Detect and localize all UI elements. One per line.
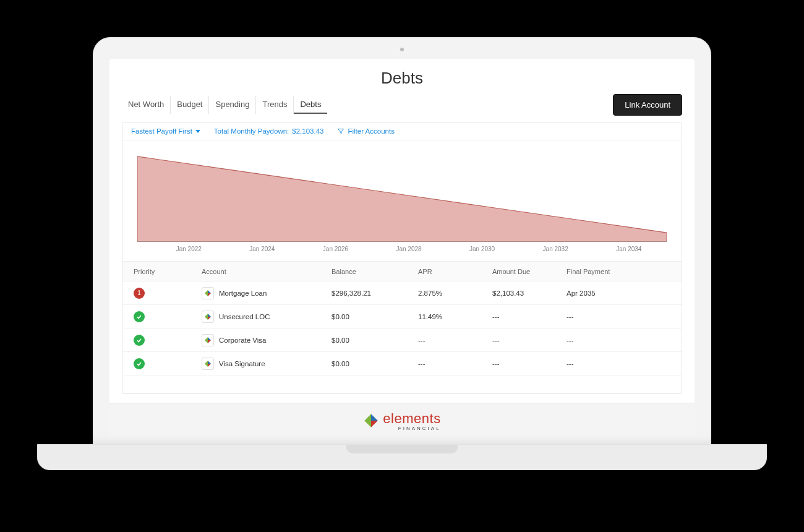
svg-marker-16 bbox=[205, 364, 208, 367]
col-balance: Balance bbox=[331, 268, 418, 275]
debts-panel: Fastest Payoff First Total Monthly Paydo… bbox=[122, 122, 682, 394]
table-row[interactable]: Corporate Visa$0.00--------- bbox=[122, 328, 682, 352]
svg-marker-9 bbox=[208, 317, 211, 320]
balance-cell: $0.00 bbox=[331, 337, 418, 344]
account-name: Corporate Visa bbox=[219, 337, 267, 344]
filter-icon bbox=[337, 127, 344, 135]
amount-due-cell: --- bbox=[492, 337, 567, 344]
apr-cell: --- bbox=[418, 360, 492, 367]
account-icon bbox=[202, 311, 214, 323]
screen: Debts Net Worth Budget Spending Trends D… bbox=[109, 59, 695, 437]
x-tick: Jan 2026 bbox=[299, 246, 372, 252]
amount-due-cell: $2,103.43 bbox=[492, 290, 567, 297]
x-tick: Jan 2030 bbox=[445, 246, 519, 252]
col-final-payment: Final Payment bbox=[567, 268, 653, 275]
svg-marker-6 bbox=[208, 314, 211, 317]
top-bar: Net Worth Budget Spending Trends Debts L… bbox=[109, 94, 695, 122]
check-icon bbox=[134, 335, 145, 346]
laptop-base bbox=[37, 444, 767, 470]
apr-cell: --- bbox=[418, 337, 492, 344]
col-priority: Priority bbox=[134, 268, 202, 275]
apr-cell: 2.875% bbox=[418, 290, 492, 297]
brand-name: elements bbox=[383, 411, 440, 426]
table-row[interactable]: Visa Signature$0.00--------- bbox=[122, 352, 682, 375]
sort-dropdown[interactable]: Fastest Payoff First bbox=[131, 127, 200, 135]
svg-marker-18 bbox=[371, 414, 378, 421]
svg-marker-19 bbox=[365, 414, 372, 421]
col-apr: APR bbox=[418, 268, 492, 275]
debts-table: Priority Account Balance APR Amount Due … bbox=[122, 262, 682, 375]
svg-marker-20 bbox=[365, 421, 372, 427]
svg-marker-3 bbox=[205, 290, 208, 293]
account-name: Mortgage Loan bbox=[219, 290, 267, 297]
tab-spending[interactable]: Spending bbox=[209, 96, 256, 114]
area-chart-svg bbox=[137, 155, 667, 242]
x-tick: Jan 2022 bbox=[152, 246, 226, 252]
final-payment-cell: --- bbox=[567, 313, 653, 320]
x-tick: Jan 2032 bbox=[519, 246, 592, 252]
account-icon bbox=[202, 358, 214, 370]
svg-marker-13 bbox=[208, 340, 211, 343]
debt-projection-chart: Jan 2022Jan 2024Jan 2026Jan 2028Jan 2030… bbox=[122, 140, 682, 262]
chart-x-axis: Jan 2022Jan 2024Jan 2026Jan 2028Jan 2030… bbox=[137, 242, 667, 259]
svg-marker-8 bbox=[205, 317, 208, 320]
svg-marker-5 bbox=[208, 293, 211, 296]
svg-marker-15 bbox=[205, 361, 208, 364]
account-name: Visa Signature bbox=[219, 360, 265, 367]
balance-cell: $0.00 bbox=[331, 360, 418, 367]
svg-marker-2 bbox=[208, 290, 211, 293]
link-account-button[interactable]: Link Account bbox=[613, 94, 682, 116]
elements-logo-icon bbox=[363, 413, 379, 431]
x-tick: Jan 2034 bbox=[592, 246, 665, 252]
svg-marker-14 bbox=[208, 361, 211, 364]
brand-tagline: FINANCIAL bbox=[383, 426, 440, 431]
tab-trends[interactable]: Trends bbox=[256, 96, 294, 114]
priority-badge: 1 bbox=[134, 288, 145, 299]
amount-due-cell: --- bbox=[492, 313, 567, 320]
amount-due-cell: --- bbox=[492, 360, 567, 367]
page-title: Debts bbox=[109, 59, 695, 94]
x-tick: Jan 2024 bbox=[226, 246, 299, 252]
table-row[interactable]: Unsecured LOC$0.0011.49%------ bbox=[122, 305, 682, 328]
svg-marker-0 bbox=[137, 157, 667, 242]
svg-marker-11 bbox=[205, 337, 208, 340]
sort-label: Fastest Payoff First bbox=[131, 127, 192, 135]
col-amount-due: Amount Due bbox=[492, 268, 567, 275]
tab-strip: Net Worth Budget Spending Trends Debts bbox=[122, 96, 327, 114]
tab-budget[interactable]: Budget bbox=[171, 96, 209, 114]
svg-marker-4 bbox=[205, 293, 208, 296]
apr-cell: 11.49% bbox=[418, 313, 492, 320]
svg-marker-7 bbox=[205, 314, 208, 317]
check-icon bbox=[134, 311, 145, 322]
paydown-label: Total Monthly Paydown: bbox=[214, 127, 289, 135]
svg-marker-21 bbox=[371, 421, 378, 427]
table-header: Priority Account Balance APR Amount Due … bbox=[122, 262, 682, 281]
paydown-value: $2,103.43 bbox=[292, 127, 323, 135]
final-payment-cell: --- bbox=[567, 337, 653, 344]
final-payment-cell: Apr 2035 bbox=[567, 290, 653, 297]
x-tick: Jan 2028 bbox=[372, 246, 446, 252]
panel-toolbar: Fastest Payoff First Total Monthly Paydo… bbox=[122, 122, 682, 140]
final-payment-cell: --- bbox=[567, 360, 653, 367]
account-name: Unsecured LOC bbox=[219, 313, 270, 320]
svg-marker-12 bbox=[205, 340, 208, 343]
svg-marker-10 bbox=[208, 337, 211, 340]
filter-label: Filter Accounts bbox=[348, 127, 394, 135]
check-icon bbox=[134, 358, 145, 369]
svg-marker-17 bbox=[208, 364, 211, 367]
laptop-frame: Debts Net Worth Budget Spending Trends D… bbox=[93, 37, 711, 445]
filter-accounts-button[interactable]: Filter Accounts bbox=[337, 127, 394, 135]
tab-net-worth[interactable]: Net Worth bbox=[122, 96, 171, 114]
table-row[interactable]: 1Mortgage Loan$296,328.212.875%$2,103.43… bbox=[122, 281, 682, 305]
laptop-notch bbox=[346, 445, 458, 453]
paydown-summary: Total Monthly Paydown: $2,103.43 bbox=[214, 127, 324, 135]
account-icon bbox=[202, 334, 214, 346]
balance-cell: $0.00 bbox=[331, 313, 418, 320]
account-icon bbox=[202, 287, 214, 299]
tab-debts[interactable]: Debts bbox=[294, 96, 327, 114]
chevron-down-icon bbox=[195, 130, 200, 133]
col-account: Account bbox=[202, 268, 331, 275]
balance-cell: $296,328.21 bbox=[331, 290, 418, 297]
footer-logo: elements FINANCIAL bbox=[109, 403, 695, 437]
